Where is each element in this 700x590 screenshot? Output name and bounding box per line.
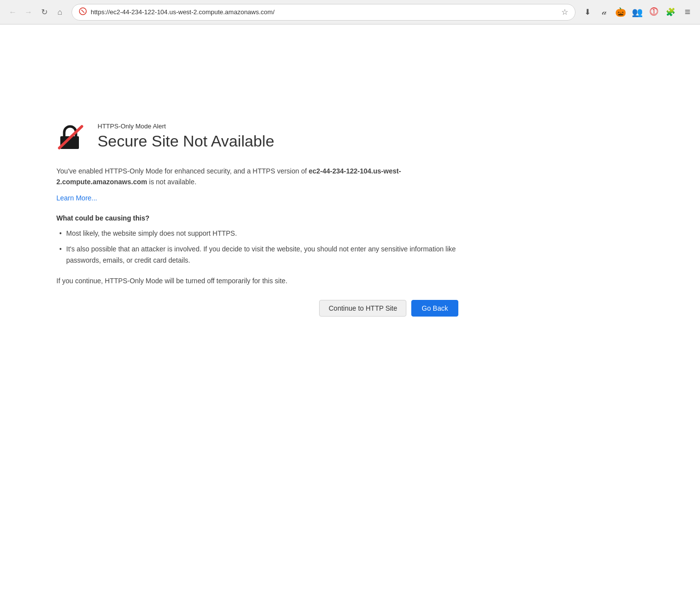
cause-heading: What could be causing this? bbox=[56, 214, 458, 222]
list-item: It's also possible that an attacker is i… bbox=[56, 244, 458, 266]
broken-lock-icon bbox=[56, 123, 86, 152]
description-text-part2: is not available. bbox=[147, 178, 196, 186]
menu-icon[interactable]: ≡ bbox=[680, 5, 694, 19]
extensions-puzzle-icon[interactable]: 🧩 bbox=[664, 5, 677, 19]
browser-chrome: ← → ↻ ⌂ ☆ ⬇ 𝒶 🎃 👥 ⓵ 🧩 ≡ bbox=[0, 0, 700, 25]
error-title: Secure Site Not Available bbox=[98, 132, 275, 150]
forward-button[interactable]: → bbox=[22, 5, 35, 19]
description-text-part1: You've enabled HTTPS-Only Mode for enhan… bbox=[56, 167, 309, 175]
svg-line-1 bbox=[81, 10, 84, 13]
back-button[interactable]: ← bbox=[6, 5, 20, 19]
extension3-icon[interactable]: 👥 bbox=[630, 5, 644, 19]
extension1-icon[interactable]: 𝒶 bbox=[597, 5, 611, 19]
extension4-icon[interactable]: ⓵ bbox=[647, 5, 661, 19]
description-paragraph: You've enabled HTTPS-Only Mode for enhan… bbox=[56, 166, 458, 188]
go-back-button[interactable]: Go Back bbox=[411, 300, 458, 317]
address-input[interactable] bbox=[91, 8, 557, 16]
reload-button[interactable]: ↻ bbox=[37, 5, 51, 19]
list-item: Most likely, the website simply does not… bbox=[56, 228, 458, 239]
cause-section: What could be causing this? Most likely,… bbox=[56, 214, 458, 266]
error-subtitle: HTTPS-Only Mode Alert bbox=[98, 123, 275, 130]
security-warning-icon bbox=[79, 7, 87, 17]
learn-more-link[interactable]: Learn More... bbox=[56, 194, 97, 202]
error-title-group: HTTPS-Only Mode Alert Secure Site Not Av… bbox=[98, 123, 275, 150]
error-header: HTTPS-Only Mode Alert Secure Site Not Av… bbox=[56, 123, 458, 152]
bookmark-icon[interactable]: ☆ bbox=[561, 7, 568, 17]
cause-list: Most likely, the website simply does not… bbox=[56, 228, 458, 266]
address-bar-container[interactable]: ☆ bbox=[72, 4, 575, 21]
button-row: Continue to HTTP Site Go Back bbox=[56, 300, 458, 317]
nav-buttons: ← → ↻ ⌂ bbox=[6, 5, 67, 19]
home-button[interactable]: ⌂ bbox=[53, 5, 67, 19]
continue-description: If you continue, HTTPS-Only Mode will be… bbox=[56, 275, 458, 286]
continue-to-http-button[interactable]: Continue to HTTP Site bbox=[319, 300, 406, 317]
download-icon[interactable]: ⬇ bbox=[580, 5, 594, 19]
error-body: You've enabled HTTPS-Only Mode for enhan… bbox=[56, 166, 458, 317]
error-container: HTTPS-Only Mode Alert Secure Site Not Av… bbox=[56, 123, 458, 317]
page-content: HTTPS-Only Mode Alert Secure Site Not Av… bbox=[0, 25, 700, 590]
extension2-icon[interactable]: 🎃 bbox=[614, 5, 627, 19]
toolbar-icons: ⬇ 𝒶 🎃 👥 ⓵ 🧩 ≡ bbox=[580, 5, 694, 19]
